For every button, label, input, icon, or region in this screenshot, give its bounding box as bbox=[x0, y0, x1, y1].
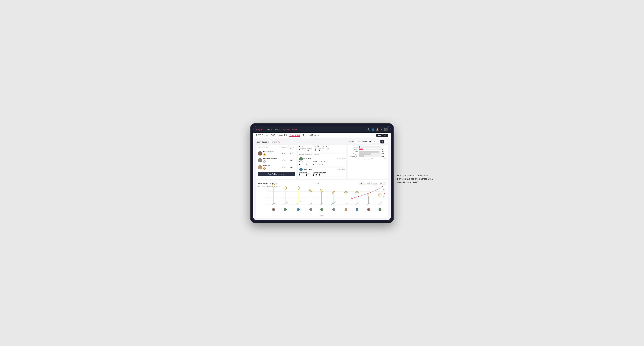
players-x-label: Players bbox=[258, 215, 386, 216]
streak-bar-item: 4x M. Miller bbox=[354, 191, 360, 211]
bar-value: 499 bbox=[382, 151, 386, 152]
player-pb-score: 17/20 bbox=[279, 166, 288, 168]
user-icon[interactable]: 👤 bbox=[372, 128, 374, 131]
grid-view-btn[interactable]: ⊞ bbox=[373, 140, 376, 144]
bar-track bbox=[359, 146, 381, 148]
filter-putt-btn[interactable]: PUTT bbox=[379, 182, 386, 185]
bell-icon[interactable]: 🔔 bbox=[376, 128, 379, 131]
bar-fill bbox=[359, 153, 371, 155]
edit-icon[interactable]: ✏️ bbox=[278, 141, 280, 143]
practice-label: Practice bbox=[314, 154, 319, 155]
player-avg: 107 bbox=[288, 159, 295, 161]
streak-bubble: 5x bbox=[309, 189, 312, 192]
period-select[interactable]: Last 3 months Last 6 months Last year bbox=[355, 140, 372, 143]
circle-plus-icon[interactable]: ⊕ bbox=[380, 128, 382, 131]
player-card-header: Josh Coles 26 Aug 2023 bbox=[299, 168, 345, 171]
tablet-frame: clippd Home Teams My Performance 🔍 👤 🔔 ⊕… bbox=[250, 123, 394, 223]
nav-teams[interactable]: Teams bbox=[275, 128, 280, 131]
view-leaderboard-button[interactable]: View Full Leaderboard bbox=[258, 172, 295, 176]
avatar bbox=[258, 151, 262, 156]
player-card-date: 02 Sep 2023 bbox=[337, 158, 345, 160]
streak-line bbox=[274, 187, 274, 204]
y-label: 1 bbox=[267, 207, 267, 208]
player-avatar-small bbox=[272, 208, 275, 211]
streak-bubble: 3x bbox=[378, 193, 382, 197]
bar-chart-panel: Eagles 3 Bi bbox=[348, 145, 388, 179]
bar-label: D. Bogeys + bbox=[349, 155, 358, 157]
player-cards-panel: Total Rounds Tournament 7 Practice 6 bbox=[298, 145, 346, 179]
col-player-name: PLAYER NAME bbox=[258, 146, 279, 149]
nav-links: Home Teams My Performance bbox=[267, 128, 297, 131]
nav-my-performance[interactable]: My Performance bbox=[283, 128, 298, 131]
tournament-label: Tournament bbox=[305, 154, 312, 155]
player-rank-badge: 3 bbox=[263, 167, 266, 170]
arrow-indicator-icon bbox=[317, 182, 319, 184]
sub-nav-pgat[interactable]: PGAT Players bbox=[256, 134, 268, 137]
streak-line bbox=[310, 192, 311, 204]
sub-nav-team-clippd[interactable]: Team Clippd bbox=[290, 134, 300, 137]
player-avatar-small bbox=[297, 208, 300, 211]
bar-track bbox=[359, 151, 381, 153]
streaks-subtitle: Off The Tee, Fairway Accuracy bbox=[258, 185, 386, 187]
list-view-btn[interactable]: ☰ bbox=[376, 140, 380, 144]
y-label: 6 bbox=[267, 191, 267, 192]
player-pb-score: 19/20 bbox=[279, 153, 288, 154]
bar-value: 131 bbox=[382, 155, 386, 157]
streak-bars-container: 7x E. Ebert 6x bbox=[268, 188, 386, 214]
streak-bar-item: 6x B. McHerg bbox=[282, 186, 288, 211]
bar-track bbox=[359, 149, 381, 150]
table-row: Edward Crossman 2 18/20 107 bbox=[258, 157, 295, 164]
show-label: Show bbox=[349, 141, 354, 143]
streak-filter-buttons: OTT APP ARG PUTT bbox=[359, 182, 386, 185]
search-icon[interactable]: 🔍 bbox=[367, 128, 370, 131]
bar-row-pars: Pars 499 bbox=[349, 151, 386, 153]
player-avatar-small bbox=[378, 208, 381, 211]
streak-bubble: 3x bbox=[367, 193, 370, 197]
player-card-date: 26 Aug 2023 bbox=[337, 169, 345, 170]
nav-home[interactable]: Home bbox=[267, 128, 272, 131]
streak-line bbox=[298, 190, 298, 204]
player-avatar-small bbox=[284, 208, 287, 211]
filter-arg-btn[interactable]: ARG bbox=[372, 182, 378, 185]
filter-ott-btn[interactable]: OTT bbox=[359, 182, 365, 185]
sub-nav: PGAT Players PGA Hcaps 1-5 Team Clippd T… bbox=[254, 133, 390, 138]
player-avatar-small bbox=[320, 208, 323, 211]
y-label: 3 bbox=[267, 200, 267, 201]
bar-fill bbox=[359, 151, 379, 153]
card-view-btn[interactable]: ▦ bbox=[380, 140, 384, 144]
sub-nav-hcaps[interactable]: Hcaps 1-5 bbox=[278, 134, 287, 137]
player-name: Cameron... bbox=[263, 165, 279, 167]
add-team-button[interactable]: Add Team bbox=[376, 134, 388, 137]
streak-bubble: 5x bbox=[320, 189, 323, 192]
player-card-name: Rees Britt bbox=[304, 158, 311, 160]
streak-line bbox=[322, 192, 322, 204]
player-card-name: Josh Coles bbox=[304, 169, 312, 170]
view-icons: ⊞ ☰ ▦ ≡ bbox=[373, 140, 388, 144]
main-content: Team Clippd | 14 Players ✏️ Show Last 3 … bbox=[254, 138, 390, 220]
bar-value: 96 bbox=[382, 149, 386, 150]
table-view-btn[interactable]: ≡ bbox=[384, 140, 388, 144]
sub-nav-pga[interactable]: PGA bbox=[271, 134, 275, 137]
streak-line bbox=[285, 190, 286, 204]
player-name: Richard Butler bbox=[263, 151, 279, 153]
off-the-tee-label: Off The Tee bbox=[258, 185, 266, 187]
player-avatar-small bbox=[367, 208, 370, 211]
bar-fill bbox=[359, 149, 363, 150]
avatar bbox=[258, 158, 262, 162]
team-title-area: Team Clippd | 14 Players ✏️ bbox=[256, 140, 280, 143]
filter-app-btn[interactable]: APP bbox=[366, 182, 372, 185]
avatar[interactable] bbox=[384, 128, 388, 131]
chart-x-axis: 0 200 400 bbox=[349, 158, 386, 159]
streak-line bbox=[346, 194, 346, 204]
player-info: Edward Crossman 2 bbox=[263, 158, 279, 163]
streak-bar-item: 3x C. Quick bbox=[378, 193, 382, 211]
table-row: Richard Butler 1 19/20 110 bbox=[258, 150, 295, 157]
sub-nav-all-players[interactable]: All Players bbox=[310, 134, 319, 137]
player-info: Cameron... 3 bbox=[263, 165, 279, 170]
logo: clippd bbox=[256, 128, 264, 131]
sub-nav-tour[interactable]: Tour bbox=[303, 134, 306, 137]
player-avatar-small bbox=[332, 208, 335, 211]
leaderboard-panel: PLAYER NAME PB SCORE PB AVG SQ Richard B… bbox=[256, 145, 296, 179]
player-avatar-small bbox=[344, 208, 348, 211]
player-avatar-small bbox=[356, 208, 358, 211]
